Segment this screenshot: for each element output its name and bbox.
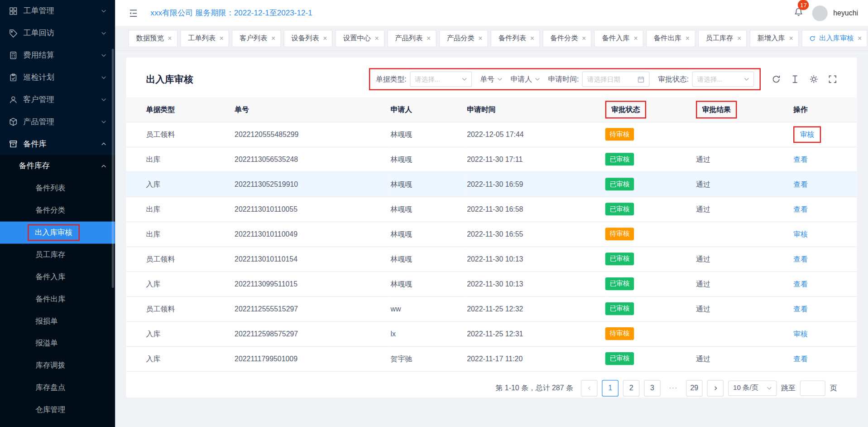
row-height-icon[interactable]: [791, 75, 800, 84]
tab-item[interactable]: 设置中心 ×: [336, 30, 384, 47]
tab-item[interactable]: 客户列表 ×: [232, 30, 281, 47]
tab-item[interactable]: 出入库审核 ×: [801, 30, 868, 47]
page-button[interactable]: 2: [623, 380, 640, 397]
sidebar-item[interactable]: 消耗统计: [0, 421, 115, 427]
table-row[interactable]: 员工领料 2022112555515297 ww 2022-11-25 12:3…: [126, 296, 857, 321]
avatar[interactable]: [812, 5, 828, 21]
table-row[interactable]: 入库 2022113099511015 林嘎嘎 2022-11-30 10:13…: [126, 272, 857, 296]
refresh-icon[interactable]: [772, 75, 781, 84]
jump-page-input[interactable]: [800, 380, 825, 396]
menu-fold-icon[interactable]: [128, 8, 138, 18]
apply-time-date-input[interactable]: 请选择日期: [582, 72, 650, 87]
sidebar-item[interactable]: 备件出库: [0, 288, 115, 310]
row-action-link[interactable]: 审核: [793, 329, 808, 337]
sidebar-item[interactable]: 客户管理: [0, 88, 115, 111]
table-row[interactable]: 员工领料 2022113010110154 林嘎嘎 2022-11-30 10:…: [126, 247, 857, 272]
table-row[interactable]: 入库 2022113052519910 林嘎嘎 2022-11-30 16:59…: [126, 172, 857, 197]
sidebar-item[interactable]: 备件入库: [0, 266, 115, 288]
table-row[interactable]: 入库 2022112598575297 lx 2022-11-25 12:31 …: [126, 321, 857, 346]
tab-item[interactable]: 备件分类 ×: [542, 30, 591, 47]
tab-item[interactable]: 数据预览 ×: [128, 30, 177, 47]
sidebar-item[interactable]: 巡检计划: [0, 67, 115, 89]
sidebar-item[interactable]: 备件库: [0, 133, 115, 155]
tab-close-icon[interactable]: ×: [478, 35, 482, 42]
page-size-select[interactable]: 10 条/页: [728, 380, 777, 396]
tab-close-icon[interactable]: ×: [686, 35, 690, 42]
tab-item[interactable]: 备件列表 ×: [491, 30, 540, 47]
sidebar-item[interactable]: 出入库审核: [0, 222, 115, 244]
page-button[interactable]: 3: [644, 380, 661, 397]
sidebar-item[interactable]: 仓库管理: [0, 399, 115, 421]
sidebar-item[interactable]: 工单管理: [0, 0, 115, 22]
doc-type-filter: 单据类型: 请选择...: [376, 72, 472, 87]
tab-item[interactable]: 设备列表 ×: [284, 30, 333, 47]
approval-status-select[interactable]: 请选择...: [692, 72, 754, 87]
row-action-link[interactable]: 审核: [793, 229, 808, 238]
tab-close-icon[interactable]: ×: [789, 35, 793, 42]
table-row[interactable]: 出库 2022113056535248 林嘎嘎 2022-11-30 17:11…: [126, 147, 857, 172]
tab-close-icon[interactable]: ×: [168, 35, 172, 42]
tab-close-icon[interactable]: ×: [530, 35, 534, 42]
chevron-down-icon: [101, 10, 106, 13]
tab-close-icon[interactable]: ×: [582, 35, 586, 42]
column-header: 操作: [793, 97, 857, 122]
sync-icon: [809, 35, 815, 41]
notification-button[interactable]: 17: [791, 5, 806, 21]
approval-status-label: 审批状态:: [658, 74, 689, 84]
sidebar-submenu-parent[interactable]: 备件库存: [0, 155, 115, 177]
tab-close-icon[interactable]: ×: [858, 35, 862, 42]
sidebar-item[interactable]: 备件分类: [0, 199, 115, 222]
tab-close-icon[interactable]: ×: [375, 35, 379, 42]
table-row[interactable]: 入库 2022111799501009 贺宇驰 2022-11-17 11:20…: [126, 346, 857, 371]
sidebar-item[interactable]: 库存调拨: [0, 354, 115, 377]
page-button[interactable]: 29: [686, 380, 703, 397]
tab-close-icon[interactable]: ×: [427, 35, 431, 42]
sidebar-item[interactable]: 报损单: [0, 310, 115, 332]
tab-item[interactable]: 备件出库 ×: [646, 30, 695, 47]
tab-close-icon[interactable]: ×: [737, 35, 741, 42]
sidebar-item[interactable]: 备件列表: [0, 177, 115, 199]
order-no-filter[interactable]: 单号: [480, 74, 502, 84]
row-action-link[interactable]: 查看: [793, 180, 808, 188]
tab-item[interactable]: 产品分类 ×: [439, 30, 488, 47]
tab-close-icon[interactable]: ×: [220, 35, 224, 42]
prev-page-button[interactable]: [581, 380, 598, 397]
table-row[interactable]: 员工领料 2022120555485299 林嘎嘎 2022-12-05 17:…: [126, 122, 857, 147]
next-page-button[interactable]: [707, 380, 724, 397]
page-button[interactable]: 1: [602, 380, 619, 397]
tab-item[interactable]: 产品列表 ×: [387, 30, 436, 47]
sidebar-item[interactable]: 费用结算: [0, 44, 115, 67]
tab-item[interactable]: 新增入库 ×: [750, 30, 799, 47]
tab-close-icon[interactable]: ×: [323, 35, 327, 42]
page-ellipsis[interactable]: ···: [665, 380, 682, 397]
chevron-right-icon: [713, 385, 718, 391]
row-action-link[interactable]: 查看: [793, 304, 808, 312]
fullscreen-icon[interactable]: [828, 75, 837, 84]
sidebar-item[interactable]: 库存盘点: [0, 377, 115, 399]
tab-item[interactable]: 备件入库 ×: [595, 30, 643, 47]
row-action-link[interactable]: 查看: [793, 204, 808, 213]
gear-icon[interactable]: [809, 75, 818, 84]
sidebar-item[interactable]: 报溢单: [0, 332, 115, 354]
table-row[interactable]: 出库 2022113010110055 林嘎嘎 2022-11-30 16:58…: [126, 197, 857, 222]
row-action-link[interactable]: 查看: [793, 155, 808, 163]
row-action-link[interactable]: 审核: [800, 130, 815, 138]
tab-item[interactable]: 员工库存 ×: [698, 30, 747, 47]
chevron-down-icon: [535, 78, 540, 81]
sidebar-item[interactable]: 员工库存: [0, 244, 115, 266]
applicant-filter[interactable]: 申请人: [510, 74, 540, 84]
chevron-up-icon: [101, 142, 106, 146]
tab-close-icon[interactable]: ×: [633, 35, 638, 42]
row-action-link[interactable]: 查看: [793, 279, 808, 287]
row-action-link[interactable]: 查看: [793, 354, 808, 362]
sidebar-item[interactable]: 工单回访: [0, 22, 115, 44]
doc-type-select[interactable]: 请选择...: [410, 72, 472, 87]
table-row[interactable]: 出库 2022113010110049 林嘎嘎 2022-11-30 16:55…: [126, 222, 857, 247]
sidebar-item[interactable]: 产品管理: [0, 111, 115, 133]
pagination-total: 第 1-10 条，总计 287 条: [496, 383, 573, 393]
sidebar-scrollbar[interactable]: [112, 49, 114, 288]
tab-item[interactable]: 工单列表 ×: [180, 30, 229, 47]
annotation-box: 审核: [793, 126, 821, 143]
row-action-link[interactable]: 查看: [793, 254, 808, 262]
tab-close-icon[interactable]: ×: [271, 35, 275, 42]
